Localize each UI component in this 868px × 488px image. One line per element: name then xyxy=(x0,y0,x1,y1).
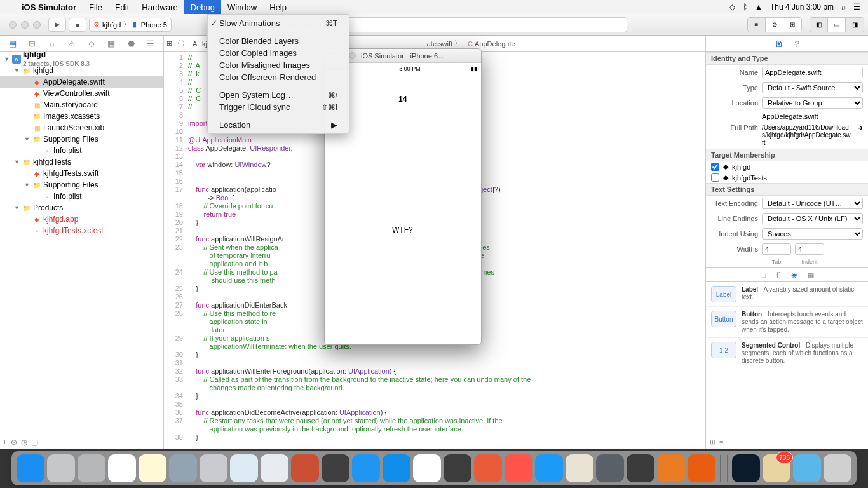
dock[interactable]: 735 xyxy=(11,451,857,485)
sound-icon[interactable]: ▲ xyxy=(755,3,763,11)
dock-app[interactable] xyxy=(108,454,136,482)
dock-app[interactable] xyxy=(322,454,349,482)
dock-app[interactable] xyxy=(139,454,166,482)
spotlight-icon[interactable]: ⌕ xyxy=(841,3,846,11)
indent-width[interactable] xyxy=(795,243,824,255)
dock-app[interactable] xyxy=(230,454,258,482)
inspector-tabs[interactable]: 🗎 ? xyxy=(706,36,868,52)
indent-select[interactable]: Spaces xyxy=(762,228,863,240)
find-nav-icon[interactable]: ⌕ xyxy=(46,39,58,48)
dock-app[interactable] xyxy=(732,454,760,482)
breakpoint-nav-icon[interactable]: ⬣ xyxy=(125,39,137,48)
dock-app[interactable] xyxy=(627,454,654,482)
dock-app[interactable] xyxy=(200,454,227,482)
scm-icon[interactable]: ▢ xyxy=(31,438,38,447)
tree-item[interactable]: ▼📁Supporting Files xyxy=(0,179,163,191)
tree-item[interactable]: ▼📁Supporting Files xyxy=(0,133,163,145)
menu-edit[interactable]: Edit xyxy=(109,0,135,14)
tree-item[interactable]: ▫Info.plist xyxy=(0,145,163,156)
menu-item-color-blended-layers[interactable]: Color Blended Layers xyxy=(208,35,349,47)
library-tabs[interactable]: ▢{}◉▦ xyxy=(706,267,868,282)
list-icon[interactable]: ≡ xyxy=(719,438,723,446)
dock-app[interactable] xyxy=(535,454,563,482)
tree-item[interactable]: ◆ViewController.swift xyxy=(0,88,163,99)
project-nav-icon[interactable]: ▤ xyxy=(6,39,19,48)
library-item[interactable]: 1 2Segmented Control - Displays multiple… xyxy=(706,338,868,369)
type-select[interactable]: Default - Swift Source xyxy=(762,82,863,93)
tree-item[interactable]: ▦LaunchScreen.xib xyxy=(0,122,163,133)
dropbox-icon[interactable]: ◇ xyxy=(729,3,735,11)
target-row[interactable]: ◆ kjhfgdTests xyxy=(706,172,868,183)
test-nav-icon[interactable]: ◇ xyxy=(85,39,98,48)
tree-item[interactable]: ◆kjhfgdTests.swift xyxy=(0,168,163,179)
menu-help[interactable]: Help xyxy=(263,0,293,14)
le-select[interactable]: Default - OS X / Unix (LF) xyxy=(762,213,863,224)
dock-app[interactable] xyxy=(291,454,319,482)
back-icon[interactable]: 〈 xyxy=(173,39,180,48)
view-panels-segment[interactable]: ◧▭◨ xyxy=(810,17,864,32)
tab-width[interactable] xyxy=(762,243,791,255)
menu-file[interactable]: File xyxy=(83,0,109,14)
report-nav-icon[interactable]: ☰ xyxy=(144,39,157,48)
dock-app[interactable] xyxy=(688,454,715,482)
menu-debug[interactable]: Debug xyxy=(184,0,221,14)
library-item[interactable]: LabelLabel - A variably sized amount of … xyxy=(706,282,868,307)
menubar-app-name[interactable]: iOS Simulator xyxy=(15,3,83,12)
clock-icon[interactable]: ◷ xyxy=(21,438,27,447)
menu-item-color-misaligned-images[interactable]: Color Misaligned Images xyxy=(208,59,349,71)
menu-item-color-offscreen-rendered[interactable]: Color Offscreen-Rendered xyxy=(208,71,349,83)
tree-item[interactable]: 📁Images.xcassets xyxy=(0,111,163,122)
window-traffic-lights[interactable] xyxy=(4,21,46,29)
dock-app[interactable] xyxy=(169,454,197,482)
dock-app[interactable] xyxy=(793,454,821,482)
reveal-icon[interactable]: ➜ xyxy=(857,124,863,132)
dock-app[interactable] xyxy=(824,454,851,482)
dock-app[interactable] xyxy=(383,454,410,482)
stop-button[interactable]: ■ xyxy=(69,18,86,32)
dock-app[interactable] xyxy=(352,454,380,482)
grid-icon[interactable]: ⊞ xyxy=(710,438,715,446)
tree-item[interactable]: ▼📁Products xyxy=(0,202,163,214)
debug-nav-icon[interactable]: ▦ xyxy=(105,39,118,48)
tree-item[interactable]: ▼📁kjhfgdTests xyxy=(0,156,163,168)
tree-item[interactable]: ◆AppDelegate.swift xyxy=(0,76,163,88)
tree-item[interactable]: ▫Info.plist xyxy=(0,191,163,202)
related-icon[interactable]: ⊞ xyxy=(166,39,172,48)
menu-item-color-copied-images[interactable]: Color Copied Images xyxy=(208,47,349,59)
project-tree[interactable]: ▼A kjhfgd 2 targets, iOS SDK 8.3 ▼📁kjhfg… xyxy=(0,52,163,435)
dock-app[interactable] xyxy=(444,454,471,482)
file-inspector-icon[interactable]: 🗎 xyxy=(775,39,783,49)
navigator-tabs[interactable]: ▤ ⊞ ⌕ ⚠ ◇ ▦ ⬣ ☰ xyxy=(0,36,163,52)
run-button[interactable]: ▶ xyxy=(48,18,66,32)
tree-item[interactable]: ▦Main.storyboard xyxy=(0,99,163,111)
help-inspector-icon[interactable]: ? xyxy=(795,39,800,49)
fwd-icon[interactable]: 〉 xyxy=(182,39,189,48)
dock-app[interactable] xyxy=(47,454,75,482)
menu-item-open-system-log-[interactable]: Open System Log…⌘/ xyxy=(208,89,349,101)
bluetooth-icon[interactable]: ᛒ xyxy=(743,3,747,11)
dock-app[interactable] xyxy=(413,454,441,482)
filter-icon[interactable]: ⊙ xyxy=(11,438,17,447)
dock-app[interactable] xyxy=(78,454,105,482)
add-icon[interactable]: + xyxy=(3,438,7,447)
editor-mode-segment[interactable]: ≡⊘⊞ xyxy=(747,17,802,32)
issue-nav-icon[interactable]: ⚠ xyxy=(65,39,78,48)
enc-select[interactable]: Default - Unicode (UT… xyxy=(762,198,863,209)
target-checkbox[interactable] xyxy=(711,163,719,171)
menu-item-trigger-icloud-sync[interactable]: Trigger iCloud sync⇧⌘I xyxy=(208,101,349,113)
name-field[interactable] xyxy=(762,67,863,78)
menu-hardware[interactable]: Hardware xyxy=(135,0,184,14)
target-checkbox[interactable] xyxy=(711,173,719,182)
navigator-filter[interactable]: + ⊙ ◷ ▢ xyxy=(0,435,163,449)
dock-app[interactable] xyxy=(474,454,502,482)
tree-item[interactable]: ▫kjhfgdTests.xctest xyxy=(0,225,163,236)
dock-app[interactable] xyxy=(261,454,288,482)
target-row[interactable]: ◆ kjhfgd xyxy=(706,161,868,172)
object-library[interactable]: LabelLabel - A variably sized amount of … xyxy=(706,282,868,369)
dock-app[interactable] xyxy=(505,454,532,482)
dock-app[interactable] xyxy=(657,454,685,482)
library-filter[interactable]: ⊞≡ xyxy=(706,435,868,449)
dock-app[interactable]: 735 xyxy=(763,454,790,482)
scheme-selector[interactable]: ⚙ kjhfgd 〉 ▮ iPhone 5 xyxy=(89,18,172,32)
menu-item-slow-animations[interactable]: ✓Slow Animations⌘T xyxy=(208,17,349,29)
